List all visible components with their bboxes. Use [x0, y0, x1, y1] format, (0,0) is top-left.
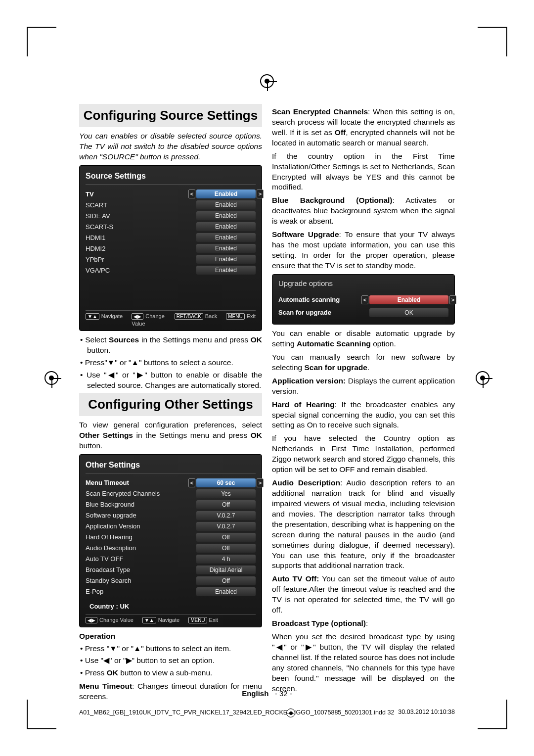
p-broadcast-type-head: Broadcast Type (optional): [272, 618, 455, 629]
list-item: Select Sources in the Settings menu and … [80, 335, 262, 356]
osd-row: SIDE AVEnabled [86, 210, 256, 221]
bullets-operation: Press "▼" or "▲" buttons to select an it… [79, 644, 262, 679]
osd-footer: ▼▲Navigate ◀▶Change Value RET/BACKBack M… [86, 310, 256, 328]
p-broadcast-type: When you set the desired broadcast type … [272, 632, 455, 694]
list-item: Press "▼" or "▲" buttons to select an it… [80, 644, 262, 654]
p-scan-encrypted: Scan Encrypted Channels: When this setti… [272, 107, 455, 148]
p-app-version: Application version: Displays the curren… [272, 376, 455, 397]
osd-rows: TV<Enabled>SCARTEnabledSIDE AVEnabledSCA… [86, 189, 256, 276]
p-auto-upgrade: You can enable or disable automatic upgr… [272, 329, 455, 349]
osd-row: HDMI1Enabled [86, 232, 256, 243]
crop-mark [27, 728, 56, 729]
page-footer: English - 32 - [79, 689, 455, 698]
heading-source-settings: Configuring Source Settings [79, 104, 262, 127]
osd-row: Audio DescriptionOff [86, 543, 256, 554]
p-auto-tv-off: Auto TV Off: You can set the timeout val… [272, 574, 455, 615]
osd-row: VGA/PCEnabled [86, 265, 256, 276]
p-software-upgrade: Software Upgrade: To ensure that your TV… [272, 230, 455, 271]
osd-title: Other Settings [86, 460, 256, 474]
heading-other-settings: Configuring Other Settings [79, 393, 262, 416]
osd-rows: Menu Timeout<60 sec>Scan Encrypted Chann… [86, 477, 256, 597]
registration-mark [44, 371, 58, 385]
crop-mark [478, 27, 507, 28]
osd-row: SCART-SEnabled [86, 221, 256, 232]
osd-other-settings: Other Settings Menu Timeout<60 sec>Scan … [79, 454, 262, 627]
osd-row: Scan Encrypted ChannelsYes [86, 488, 256, 499]
osd-row: Automatic scanning <Enabled> [278, 293, 448, 306]
osd-source-settings: Source Settings TV<Enabled>SCARTEnabledS… [79, 165, 262, 331]
osd-row: YPbPrEnabled [86, 254, 256, 265]
osd-row: E-PopEnabled [86, 586, 256, 597]
operation-heading: Operation [79, 631, 262, 642]
osd-row: Hard Of HearingOff [86, 532, 256, 543]
osd-row: Blue BackgroundOff [86, 499, 256, 510]
osd-title: Source Settings [86, 171, 256, 185]
list-item: Use "◀" or "▶" button to set an option. [80, 656, 262, 666]
osd-row: HDMI2Enabled [86, 243, 256, 254]
osd-row: Application VersionV.0.2.7 [86, 521, 256, 532]
p-manual-upgrade: You can manually search for new software… [272, 352, 455, 373]
osd-country: Country : UK [86, 602, 256, 611]
bullets-source: Select Sources in the Settings menu and … [79, 335, 262, 391]
list-item: Press OK button to view a sub-menu. [80, 668, 262, 678]
intro-other: To view general configuration preference… [79, 420, 262, 451]
osd-title: Upgrade options [278, 279, 448, 288]
intro-source: You can enables or disable selected sour… [79, 131, 262, 162]
p-country-note: If the country option in the First Time … [272, 151, 455, 193]
osd-upgrade-options: Upgrade options Automatic scanning <Enab… [272, 274, 455, 325]
p-audio-description: Audio Description: Audio description ref… [272, 478, 455, 571]
osd-row: SCARTEnabled [86, 199, 256, 210]
crop-mark [478, 728, 507, 729]
osd-row: Auto TV OFF4 h [86, 554, 256, 565]
crop-mark [27, 27, 56, 28]
p-hard-of-hearing: Hard of Hearing: If the broadcaster enab… [272, 400, 455, 431]
registration-mark [476, 371, 490, 385]
list-item: Use "◀" or "▶" button to enable or disab… [80, 370, 262, 391]
osd-row: Standby SearchOff [86, 575, 256, 586]
p-blue-bg: Blue Background (Optional): Activates or… [272, 195, 455, 227]
p-netherlands-note: If you have selected the Country option … [272, 433, 455, 475]
osd-row: TV<Enabled> [86, 189, 256, 199]
osd-row: Broadcast TypeDigital Aerial [86, 565, 256, 575]
list-item: Press"▼" or "▲" buttons to select a sour… [80, 358, 262, 368]
imposition-footer: A01_MB62_[GB]_1910UK_IDTV_TC_PVR_NICKEL1… [79, 709, 455, 717]
osd-row: Menu Timeout<60 sec> [86, 477, 256, 488]
osd-row: Software upgradeV.0.2.7 [86, 510, 256, 521]
registration-mark [260, 74, 274, 88]
osd-footer: ◀▶Change Value ▼▲Navigate MENUExit [86, 614, 256, 624]
osd-row: Scan for upgrade OK [278, 306, 448, 319]
